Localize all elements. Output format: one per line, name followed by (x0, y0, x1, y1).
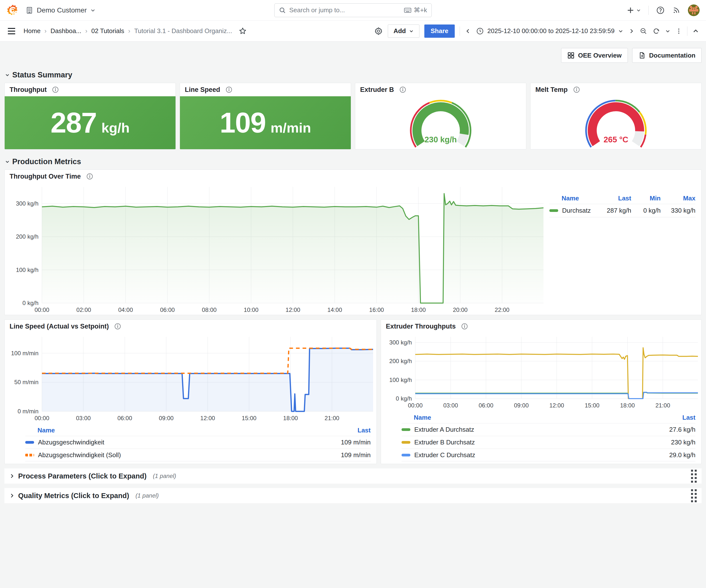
panel-title[interactable]: Extruder B (360, 86, 394, 94)
refresh-interval-dropdown[interactable] (665, 29, 670, 34)
legend-row[interactable]: Abzugsgeschwindigkeit (Soll) 109 m/min (25, 449, 370, 461)
share-button[interactable]: Share (424, 25, 455, 38)
legend-header-max[interactable]: Max (661, 195, 696, 202)
svg-text:09:00: 09:00 (159, 415, 173, 421)
gauge-extruder-b[interactable]: 230 kg/h (355, 96, 526, 149)
drag-handle-icon[interactable] (691, 470, 697, 482)
top-nav: Demo Customer ⌘+k (0, 0, 706, 20)
svg-text:14:00: 14:00 (327, 306, 342, 313)
info-icon[interactable] (86, 173, 93, 180)
throughput-chart[interactable]: 0 kg/h100 kg/h200 kg/h300 kg/h00:0002:00… (5, 183, 547, 315)
time-range-picker[interactable]: 2025-12-10 00:00:00 to 2025-12-10 23:59:… (476, 27, 623, 35)
series-swatch (549, 209, 558, 212)
series-swatch (401, 428, 410, 431)
section-status-summary[interactable]: Status Summary (5, 71, 702, 79)
chevron-down-icon (618, 29, 623, 34)
time-shift-forward-button[interactable] (628, 28, 635, 34)
breadcrumb-separator: › (128, 27, 130, 35)
favorite-button[interactable] (238, 27, 247, 35)
menu-toggle-button[interactable] (7, 27, 16, 35)
keyboard-icon (404, 7, 411, 13)
section-production-metrics[interactable]: Production Metrics (5, 157, 702, 166)
dashboard-settings-button[interactable] (374, 27, 383, 36)
svg-text:20:00: 20:00 (453, 306, 468, 313)
panel-title[interactable]: Throughput Over Time (9, 173, 81, 180)
panel-extruder-b-gauge: Extruder B 230 kg/h (355, 83, 526, 150)
legend-header-last[interactable]: Last (682, 414, 696, 421)
add-button[interactable]: Add (388, 25, 420, 38)
stat-value: 287 (50, 106, 96, 139)
series-name: Abzugsgeschwindigkeit (Soll) (38, 451, 121, 459)
info-icon[interactable] (114, 323, 121, 330)
legend-header-last[interactable]: Last (594, 195, 631, 202)
org-switcher[interactable]: Demo Customer (26, 6, 95, 14)
legend-header-min[interactable]: Min (631, 195, 661, 202)
info-icon[interactable] (226, 86, 232, 93)
svg-text:16:00: 16:00 (369, 306, 384, 313)
legend-row[interactable]: Extruder B Durchsatz 230 kg/h (401, 436, 696, 449)
panel-title[interactable]: Line Speed (Actual vs Setpoint) (9, 323, 109, 330)
svg-text:08:00: 08:00 (202, 306, 217, 313)
dashboard-toolbar: Home › Dashboa... › 02 Tutorials › Tutor… (0, 20, 706, 42)
line-speed-chart[interactable]: 0 m/min50 m/min100 m/min00:0003:0006:000… (5, 333, 377, 423)
collapse-toolbar-button[interactable] (692, 28, 699, 35)
row-quality-metrics[interactable]: Quality Metrics (Click to Expand) (1 pan… (4, 488, 702, 503)
row-process-parameters[interactable]: Process Parameters (Click to Expand) (1 … (4, 468, 702, 484)
search-shortcut: ⌘+k (404, 6, 427, 14)
chevron-left-icon (465, 28, 471, 34)
svg-text:12:00: 12:00 (200, 415, 215, 421)
stat-value-area[interactable]: 287 kg/h (5, 96, 175, 149)
search-box[interactable]: ⌘+k (274, 3, 432, 17)
series-max: 330 kg/h (661, 207, 696, 214)
legend-row[interactable]: Durchsatz 287 kg/h 0 kg/h 330 kg/h (549, 204, 696, 217)
zoom-out-button[interactable] (639, 27, 648, 35)
panel-title[interactable]: Melt Temp (535, 86, 568, 94)
info-icon[interactable] (573, 86, 580, 93)
gauge-value: 230 kg/h (425, 135, 457, 144)
svg-text:00:00: 00:00 (408, 402, 423, 409)
stat-value-area[interactable]: 109 m/min (180, 96, 351, 149)
legend-header-name[interactable]: Name (25, 426, 358, 434)
help-icon (656, 6, 665, 15)
panel-title[interactable]: Extruder Throughputs (386, 323, 456, 330)
breadcrumb-dashboards[interactable]: Dashboa... (50, 27, 81, 35)
svg-text:00:00: 00:00 (35, 415, 49, 421)
oee-overview-link[interactable]: OEE Overview (561, 48, 628, 63)
news-button[interactable] (672, 6, 680, 14)
legend-row[interactable]: Extruder C Durchsatz 29.0 kg/h (401, 449, 696, 461)
breadcrumb-home[interactable]: Home (24, 27, 40, 35)
stat-unit: kg/h (102, 120, 130, 136)
documentation-link[interactable]: Documentation (632, 48, 702, 63)
star-icon (238, 27, 247, 35)
svg-text:04:00: 04:00 (118, 306, 133, 313)
panel-line-speed-chart: Line Speed (Actual vs Setpoint) 0 m/min5… (4, 320, 377, 464)
extruder-throughputs-chart[interactable]: 0 kg/h100 kg/h200 kg/h300 kg/h00:0003:00… (381, 333, 701, 410)
refresh-icon (652, 27, 660, 35)
throughput-legend-table: Name Last Min Max Durchsatz 287 kg/h 0 k… (547, 183, 701, 315)
help-button[interactable] (656, 6, 665, 15)
add-new-button[interactable] (627, 7, 641, 14)
kebab-menu-button[interactable] (675, 28, 682, 35)
grafana-logo[interactable] (6, 4, 19, 17)
breadcrumb-folder[interactable]: 02 Tutorials (91, 27, 124, 35)
info-icon[interactable] (461, 323, 468, 330)
info-icon[interactable] (399, 86, 406, 93)
info-icon[interactable] (52, 86, 59, 93)
drag-handle-icon[interactable] (691, 489, 697, 502)
series-name: Durchsatz (562, 207, 591, 214)
legend-header-name[interactable]: Name (549, 195, 594, 202)
refresh-button[interactable] (652, 27, 660, 35)
gauge-melt-temp[interactable]: 265 °C (531, 96, 701, 149)
avatar[interactable] (688, 4, 700, 16)
panel-title[interactable]: Throughput (9, 86, 47, 94)
legend-header-name[interactable]: Name (401, 414, 682, 421)
legend-row[interactable]: Abzugsgeschwindigkeit 109 m/min (25, 436, 370, 449)
time-shift-back-button[interactable] (465, 28, 471, 34)
legend-row[interactable]: Extruder A Durchsatz 27.6 kg/h (401, 423, 696, 436)
search-input[interactable] (289, 6, 400, 14)
svg-text:21:00: 21:00 (324, 415, 339, 421)
legend-header-last[interactable]: Last (358, 426, 370, 434)
chevron-down-icon (5, 159, 10, 164)
panel-title[interactable]: Line Speed (185, 86, 220, 94)
organization-icon (26, 6, 33, 14)
